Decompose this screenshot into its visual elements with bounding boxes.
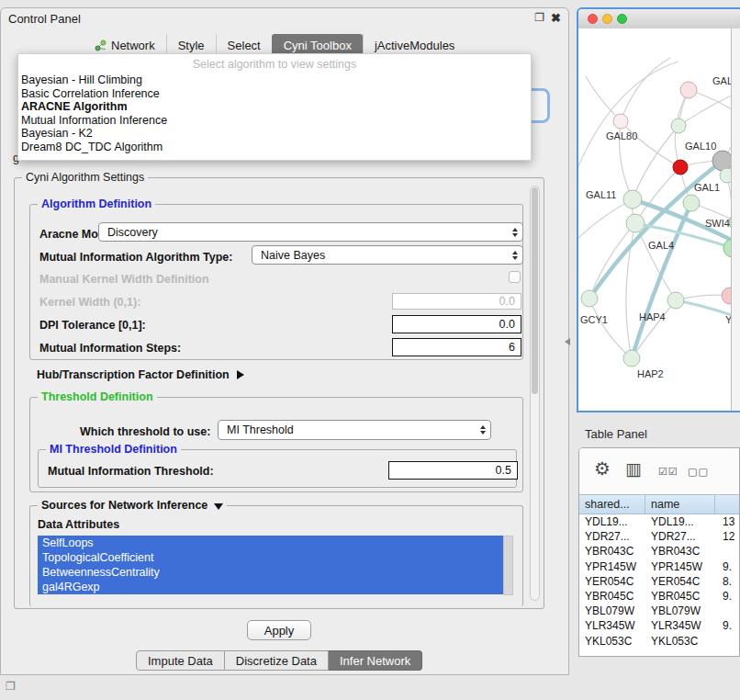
algorithm-option[interactable]: Bayesian - K2 — [18, 127, 531, 141]
table-cell: YER054C — [579, 574, 645, 589]
algorithm-option[interactable]: Basic Correlation Inference — [18, 87, 531, 101]
table-row[interactable]: YLR345WYLR345W9. — [579, 618, 739, 633]
table-toolbar: ⚙▥☑☑▢▢ — [579, 448, 739, 494]
table-body: YDL19...YDL19...13YDR27...YDR27...12YBR0… — [579, 514, 739, 656]
mi-threshold-field[interactable] — [388, 461, 518, 480]
network-edge[interactable] — [632, 300, 676, 358]
network-edge[interactable] — [578, 199, 633, 238]
network-edge[interactable] — [676, 300, 733, 319]
algorithm-option[interactable]: ARACNE Algorithm — [18, 100, 531, 114]
table-cell: YBL079W — [645, 604, 715, 618]
mi-steps-label: Mutual Information Steps: — [39, 342, 181, 355]
hub-definition-toggle[interactable]: Hub/Transcription Factor Definition — [37, 368, 244, 381]
algorithm-option[interactable]: Bayesian - Hill Climbing — [18, 73, 531, 87]
column-header[interactable]: shared... — [579, 495, 645, 514]
mi-type-select[interactable]: Naive Bayes — [252, 245, 523, 265]
sources-title: Sources for Network Inference — [41, 499, 207, 512]
network-node[interactable] — [683, 195, 700, 211]
table-cell: YLR345W — [645, 618, 715, 633]
algorithm-definition-title: Algorithm Definition — [38, 198, 155, 210]
dpi-tolerance-field[interactable] — [392, 315, 521, 333]
table-cell: YER054C — [645, 574, 715, 589]
table-row[interactable]: YDR27...YDR27...12 — [579, 529, 739, 544]
select-all-columns-icon[interactable]: ☑☑ — [658, 466, 678, 478]
float-window-icon[interactable]: ❐ — [534, 11, 544, 24]
table-row[interactable]: YBL079WYBL079W — [579, 604, 739, 618]
dropdown-placeholder: Select algorithm to view settings — [18, 58, 531, 73]
aracne-mode-select[interactable]: Discovery — [98, 222, 523, 242]
zoom-traffic-light-icon[interactable] — [617, 14, 627, 24]
network-edge[interactable] — [586, 76, 621, 121]
algorithm-option[interactable]: Mutual Information Inference — [18, 114, 531, 128]
network-canvas[interactable]: GALGAL80GAL10GAL11GAL1SWI4GAL4GCY1HAP4YH… — [578, 28, 733, 412]
table-row[interactable]: YER054CYER054C8. — [579, 574, 739, 589]
table-cell: 12 — [715, 529, 739, 544]
table-cell: YDR27... — [645, 529, 715, 544]
restore-panel-icon[interactable]: ❐ — [6, 680, 16, 693]
kernel-width-label: Kernel Width (0,1): — [39, 296, 140, 309]
column-header[interactable]: name — [645, 495, 715, 514]
bottom-tab-infer-network[interactable]: Infer Network — [329, 650, 422, 671]
network-node[interactable] — [623, 350, 640, 367]
table-row[interactable]: YDL19...YDL19...13 — [579, 514, 739, 529]
table-cell: YKL053C — [579, 634, 645, 649]
table-row[interactable]: YPR145WYPR145W9. — [579, 559, 739, 574]
minimize-traffic-light-icon[interactable] — [602, 14, 612, 24]
attribute-item[interactable]: gal4RGexp — [38, 580, 503, 594]
network-edge[interactable] — [578, 62, 678, 166]
attribute-item[interactable]: SelfLoops — [38, 536, 503, 550]
table-row[interactable]: YKL053CYKL053C — [579, 634, 739, 649]
which-threshold-select[interactable]: MI Threshold — [218, 420, 491, 440]
column-header[interactable] — [715, 495, 739, 514]
mi-steps-field[interactable] — [392, 338, 521, 356]
close-traffic-light-icon[interactable] — [588, 14, 598, 24]
sources-title-toggle[interactable]: Sources for Network Inference — [38, 499, 227, 512]
network-node[interactable] — [623, 190, 642, 209]
network-node[interactable] — [613, 114, 628, 129]
data-attributes-list[interactable]: SelfLoopsTopologicalCoefficientBetweenne… — [38, 536, 503, 594]
network-node[interactable] — [667, 292, 684, 309]
cyni-settings-title: Cyni Algorithm Settings — [22, 171, 148, 184]
settings-gear-icon[interactable]: ⚙ — [594, 457, 611, 480]
table-row[interactable]: YBR043CYBR043C — [579, 544, 739, 559]
network-node[interactable] — [712, 151, 733, 171]
bottom-tab-impute-data[interactable]: Impute Data — [136, 650, 225, 671]
node-label: GAL80 — [606, 130, 637, 141]
settings-scrollbar[interactable] — [530, 186, 540, 601]
network-node[interactable] — [673, 160, 688, 175]
expanded-arrow-icon — [214, 503, 223, 510]
algorithm-dropdown: Select algorithm to view settings Bayesi… — [17, 53, 532, 161]
network-node[interactable] — [671, 119, 686, 133]
attributes-list-scrollbar[interactable] — [503, 536, 513, 595]
stepper-arrows-icon — [512, 251, 518, 260]
clear-columns-icon[interactable]: ▢▢ — [688, 466, 709, 478]
attribute-item[interactable]: BetweennessCentrality — [38, 565, 503, 580]
algorithm-option[interactable]: Dream8 DC_TDC Algorithm — [18, 141, 531, 154]
network-node[interactable] — [680, 82, 697, 98]
mi-type-value: Naive Bayes — [261, 249, 325, 262]
scrollbar-thumb[interactable] — [532, 187, 538, 394]
bottom-tab-discretize-data[interactable]: Discretize Data — [225, 650, 329, 671]
stepper-arrows-icon — [512, 228, 518, 237]
table-cell — [715, 544, 739, 559]
network-edge[interactable] — [589, 299, 632, 358]
splitter-collapse-icon[interactable] — [565, 338, 570, 345]
manual-kernel-checkbox[interactable] — [509, 271, 521, 283]
attribute-item[interactable]: TopologicalCoefficient — [38, 550, 503, 565]
node-label: HAP4 — [639, 311, 666, 322]
table-cell: 9. — [715, 589, 739, 604]
cyni-settings-group: Cyni Algorithm Settings Algorithm Defini… — [14, 177, 544, 609]
mi-threshold-group-title: MI Threshold Definition — [46, 443, 181, 456]
network-node[interactable] — [626, 214, 645, 232]
node-label: GAL4 — [648, 240, 674, 251]
apply-button[interactable]: Apply — [247, 620, 311, 640]
table-cell: 8. — [715, 574, 739, 589]
hub-definition-label: Hub/Transcription Factor Definition — [37, 368, 230, 381]
table-cell: YBR043C — [645, 544, 715, 559]
close-window-icon[interactable]: ✖ — [551, 11, 561, 25]
network-vertical-scrollbar[interactable] — [731, 28, 740, 411]
algorithm-definition-group: Algorithm Definition Aracne Mode: Discov… — [29, 204, 523, 360]
network-node[interactable] — [581, 290, 598, 307]
show-columns-icon[interactable]: ▥ — [625, 458, 642, 480]
table-row[interactable]: YBR045CYBR045C9. — [579, 589, 739, 604]
